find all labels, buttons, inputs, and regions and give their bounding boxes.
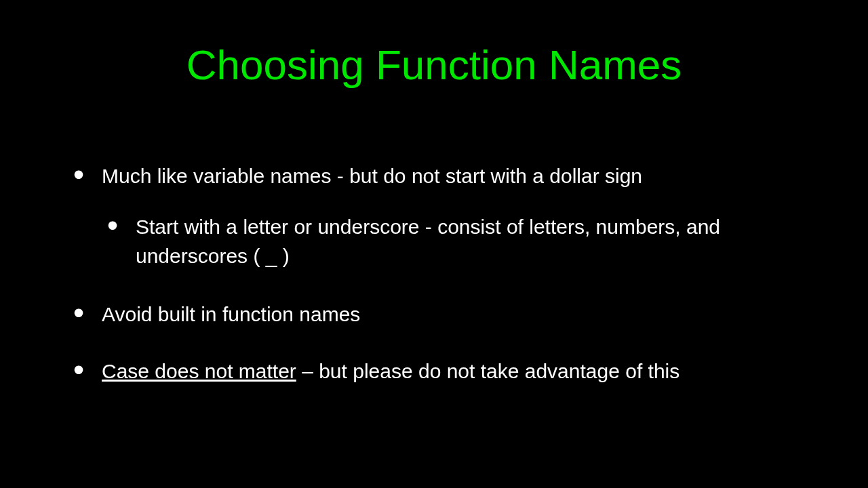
bullet-text: Much like variable names - but do not st… — [102, 165, 642, 187]
bullet-item-3: Case does not matter – but please do not… — [68, 358, 814, 386]
slide-content: Much like variable names - but do not st… — [68, 163, 814, 415]
bullet-item-2: Avoid built in function names — [68, 301, 814, 329]
sub-bullet-list: Start with a letter or underscore - cons… — [102, 212, 814, 271]
bullet-item-1: Much like variable names - but do not st… — [68, 163, 814, 271]
slide-title: Choosing Function Names — [0, 0, 868, 89]
slide: Choosing Function Names Much like variab… — [0, 0, 868, 488]
bullet-list: Much like variable names - but do not st… — [68, 163, 814, 386]
sub-bullet-text: Start with a letter or underscore - cons… — [136, 216, 720, 268]
bullet-underlined-text: Case does not matter — [102, 360, 296, 382]
bullet-text: – but please do not take advantage of th… — [296, 360, 679, 382]
sub-bullet-item-1: Start with a letter or underscore - cons… — [102, 212, 814, 271]
bullet-text: Avoid built in function names — [102, 303, 360, 325]
